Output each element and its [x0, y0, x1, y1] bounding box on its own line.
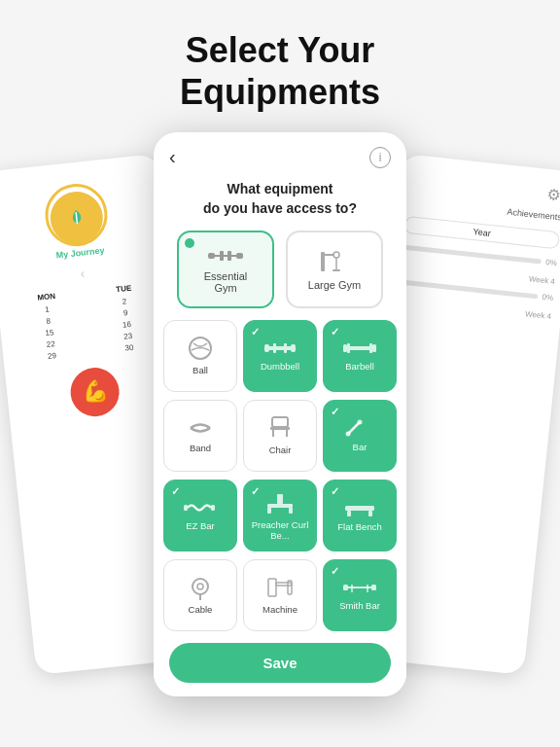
svg-rect-40	[345, 506, 374, 511]
save-button[interactable]: Save	[169, 643, 391, 683]
svg-rect-23	[347, 343, 350, 353]
svg-rect-20	[287, 346, 291, 350]
band-icon	[187, 417, 214, 439]
check-barbell: ✓	[331, 326, 339, 338]
smith-bar-icon	[343, 579, 376, 596]
equip-ball[interactable]: Ball	[163, 320, 237, 392]
band-label: Band	[190, 443, 211, 453]
check-preacher: ✓	[251, 485, 260, 498]
essential-gym-icon	[208, 245, 243, 267]
save-btn-wrap: Save	[154, 633, 406, 696]
svg-rect-37	[277, 494, 283, 504]
chair-label: Chair	[269, 445, 292, 455]
progress-pct-2: 0%	[542, 293, 553, 302]
check-smith-bar: ✓	[331, 565, 339, 578]
svg-rect-6	[228, 251, 231, 261]
equip-band[interactable]: Band	[163, 400, 237, 472]
svg-rect-34	[184, 505, 188, 511]
ball-icon	[188, 336, 213, 361]
bar-icon	[344, 418, 375, 438]
preacher-icon	[265, 490, 295, 516]
svg-rect-17	[273, 343, 276, 353]
equip-bar[interactable]: ✓ Bar	[323, 400, 397, 472]
preacher-label: Preacher Curl Be...	[244, 519, 316, 541]
svg-rect-9	[321, 252, 325, 271]
back-button[interactable]: ‹	[169, 146, 176, 168]
barbell-label: Barbell	[345, 361, 374, 372]
svg-point-43	[192, 579, 208, 594]
grid-row-2: Band Chair ✓	[163, 400, 397, 472]
progress-bar-1	[402, 245, 542, 265]
equip-preacher[interactable]: ✓ Preacher Curl Be...	[243, 480, 317, 551]
check-dumbbell: ✓	[251, 326, 260, 338]
ezbar-label: EZ Bar	[186, 520, 215, 531]
center-title-text: What equipment do you have access to?	[173, 180, 387, 218]
equip-dumbbell[interactable]: ✓ Dumbbell	[243, 320, 317, 392]
type-card-large[interactable]: Large Gym	[286, 231, 383, 308]
grid-row-3: ✓ EZ Bar ✓	[163, 480, 397, 551]
screen-center: ‹ i What equipment do you have access to…	[154, 132, 406, 696]
svg-line-31	[348, 422, 360, 434]
svg-rect-8	[236, 253, 243, 259]
svg-rect-46	[268, 579, 276, 596]
equip-machine[interactable]: Machine	[243, 559, 317, 631]
equip-cable[interactable]: Cable	[163, 559, 237, 631]
large-gym-label: Large Gym	[308, 279, 361, 291]
svg-rect-26	[372, 344, 376, 352]
page-title: Select Your Equipments	[39, 29, 521, 113]
svg-rect-18	[276, 346, 284, 350]
equip-ezbar[interactable]: ✓ EZ Bar	[163, 480, 237, 551]
type-card-essential[interactable]: EssentialGym	[177, 231, 274, 308]
center-header: ‹ i	[154, 132, 406, 174]
svg-rect-16	[269, 346, 273, 350]
svg-rect-47	[276, 583, 292, 586]
header: Select Your Equipments	[0, 0, 560, 132]
chair-icon	[266, 415, 294, 441]
svg-rect-19	[284, 343, 287, 353]
equip-chair[interactable]: Chair	[243, 400, 317, 472]
essential-gym-label: EssentialGym	[204, 270, 248, 294]
center-inner: ‹ i What equipment do you have access to…	[154, 132, 406, 696]
machine-label: Machine	[262, 604, 298, 615]
selected-dot	[185, 238, 194, 248]
svg-rect-15	[264, 344, 269, 352]
svg-rect-21	[291, 344, 296, 352]
ezbar-icon	[184, 499, 217, 516]
info-button[interactable]: i	[369, 147, 391, 168]
barbell-icon	[343, 339, 376, 357]
flat-bench-icon	[343, 498, 376, 517]
avatar	[48, 190, 105, 247]
bar-label: Bar	[353, 442, 368, 452]
cable-icon	[187, 575, 214, 600]
check-ezbar: ✓	[171, 485, 180, 498]
check-bar: ✓	[331, 406, 339, 418]
dumbbell-label: Dumbbell	[261, 361, 299, 372]
screens-area: My Journey ‹ MON TUE 1 2 8 9 15 16 22 23…	[0, 132, 560, 696]
svg-rect-49	[343, 585, 348, 590]
bottom-icon: 💪	[68, 366, 122, 419]
ball-label: Ball	[192, 365, 208, 375]
equip-flat-bench[interactable]: ✓ Flat Bench	[323, 480, 397, 551]
svg-rect-5	[224, 255, 228, 257]
progress-bar-2	[399, 280, 539, 300]
grid-row-4: Cable Machine ✓	[163, 559, 397, 631]
svg-rect-25	[369, 343, 372, 353]
svg-rect-42	[368, 511, 372, 516]
svg-rect-51	[371, 585, 376, 590]
svg-point-32	[346, 432, 351, 437]
svg-rect-41	[347, 511, 351, 516]
svg-rect-30	[270, 427, 290, 430]
cal-mon: MON	[37, 292, 56, 302]
grid-row-1: Ball ✓ Dumbbell	[163, 320, 397, 392]
flat-bench-label: Flat Bench	[337, 521, 381, 532]
svg-rect-4	[220, 251, 224, 261]
svg-rect-27	[272, 417, 288, 427]
equip-barbell[interactable]: ✓ Barbell	[323, 320, 397, 392]
svg-point-44	[197, 584, 203, 589]
equip-type-row: EssentialGym Large Gym	[154, 231, 406, 320]
equip-smith-bar[interactable]: ✓ Smith Bar	[323, 559, 397, 631]
svg-rect-36	[267, 504, 293, 508]
svg-rect-24	[350, 346, 369, 350]
svg-rect-35	[211, 505, 215, 511]
machine-icon	[266, 575, 294, 600]
